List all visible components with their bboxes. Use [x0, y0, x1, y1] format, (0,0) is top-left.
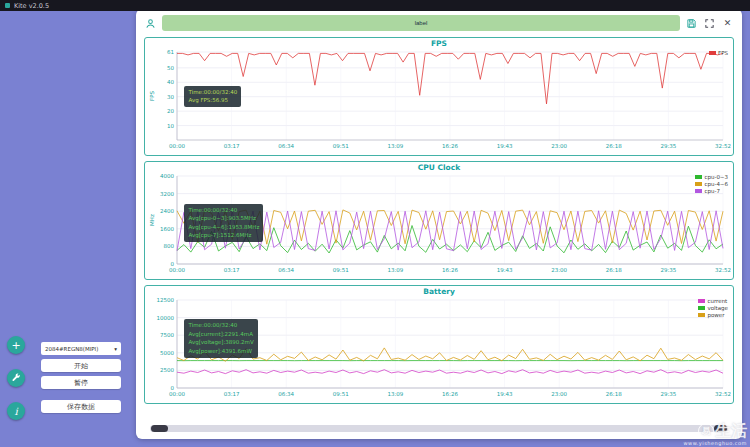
svg-text:30: 30	[167, 94, 174, 100]
label-input[interactable]	[162, 15, 680, 31]
svg-text:FPS: FPS	[149, 91, 155, 101]
svg-text:32:52: 32:52	[715, 143, 731, 149]
cpu-clock-legend: cpu-0~3cpu-4~6cpu-7	[695, 174, 728, 194]
svg-text:MHz: MHz	[149, 214, 155, 226]
scrollbar-right-thumb[interactable]	[714, 425, 727, 432]
charts-area: FPS 10203040506100:0003:1706:3409:5113:0…	[144, 37, 734, 409]
save-data-button[interactable]: 保存数据	[41, 400, 121, 413]
fps-chart-title: FPS	[145, 38, 733, 49]
close-glyph: ✕	[724, 19, 732, 28]
svg-text:5000: 5000	[160, 350, 174, 356]
svg-text:13:09: 13:09	[387, 391, 403, 397]
svg-text:32:52: 32:52	[715, 267, 731, 273]
tooltip-line: Avg[current]:2291.4mA	[188, 330, 253, 339]
scrollbar-left-thumb[interactable]	[151, 425, 168, 432]
tooltip-line: Avg[power]:4391.6mW	[188, 347, 253, 356]
cpu-clock-chart-panel: CPU Clock 0800160024003200400000:0003:17…	[144, 161, 734, 280]
fps-chart-panel: FPS 10203040506100:0003:1706:3409:5113:0…	[144, 37, 734, 156]
svg-text:40: 40	[167, 79, 174, 85]
svg-text:2500: 2500	[160, 367, 174, 373]
svg-text:29:35: 29:35	[660, 143, 676, 149]
svg-text:19:43: 19:43	[497, 391, 513, 397]
info-button[interactable]: i	[7, 402, 25, 420]
svg-text:23:00: 23:00	[551, 143, 567, 149]
svg-text:23:00: 23:00	[551, 267, 567, 273]
fps-plot[interactable]: 10203040506100:0003:1706:3409:5113:0916:…	[147, 49, 731, 151]
svg-text:19:43: 19:43	[497, 143, 513, 149]
settings-button[interactable]	[7, 369, 25, 387]
svg-text:06:34: 06:34	[278, 143, 294, 149]
pause-button[interactable]: 暂停	[41, 376, 121, 389]
svg-text:09:51: 09:51	[333, 267, 349, 273]
svg-text:29:35: 29:35	[660, 391, 676, 397]
legend-item-cpu-4~6[interactable]: cpu-4~6	[695, 181, 728, 187]
add-button[interactable]: +	[7, 336, 25, 354]
svg-text:03:17: 03:17	[224, 143, 240, 149]
tooltip-line: Avg FPS:56.95	[188, 96, 237, 105]
svg-text:06:34: 06:34	[278, 267, 294, 273]
svg-text:800: 800	[164, 243, 175, 249]
svg-text:00:00: 00:00	[169, 267, 185, 273]
svg-text:61: 61	[167, 49, 174, 55]
svg-text:10000: 10000	[157, 315, 175, 321]
svg-text:09:51: 09:51	[333, 143, 349, 149]
svg-text:06:34: 06:34	[278, 391, 294, 397]
svg-text:29:35: 29:35	[660, 267, 676, 273]
start-button-label: 开始	[74, 361, 88, 371]
start-button[interactable]: 开始	[41, 359, 121, 372]
legend-swatch	[709, 51, 716, 55]
legend-item-FPS[interactable]: FPS	[709, 50, 728, 56]
cpu-clock-tooltip: Time:00:00/32:40Avg[cpu-0~3]:903.5MHzAvg…	[184, 204, 263, 242]
legend-swatch	[698, 299, 705, 303]
battery-plot[interactable]: 0250050007500100001250000:0003:1706:3409…	[147, 297, 731, 399]
user-button[interactable]	[144, 17, 157, 30]
svg-text:13:09: 13:09	[387, 143, 403, 149]
svg-text:7500: 7500	[160, 332, 174, 338]
legend-item-power[interactable]: power	[698, 312, 728, 318]
svg-text:4000: 4000	[160, 173, 174, 179]
svg-text:16:26: 16:26	[442, 143, 458, 149]
panel-toolbar: ✕	[144, 14, 734, 32]
svg-text:19:43: 19:43	[497, 267, 513, 273]
legend-item-cpu-7[interactable]: cpu-7	[695, 188, 728, 194]
svg-text:23:00: 23:00	[551, 391, 567, 397]
legend-item-cpu-0~3[interactable]: cpu-0~3	[695, 174, 728, 180]
legend-item-voltage[interactable]: voltage	[698, 305, 728, 311]
svg-text:09:51: 09:51	[333, 391, 349, 397]
app-icon	[5, 3, 10, 8]
svg-text:2400: 2400	[160, 208, 174, 214]
svg-text:03:17: 03:17	[224, 391, 240, 397]
battery-legend: currentvoltagepower	[698, 298, 728, 318]
tooltip-line: Avg[cpu-7]:1512.6MHz	[188, 231, 259, 240]
app-window: { "window": { "title": "Kite v2.0.5" }, …	[0, 0, 750, 447]
legend-swatch	[695, 182, 702, 186]
svg-text:00:00: 00:00	[169, 143, 185, 149]
svg-text:1600: 1600	[160, 226, 174, 232]
legend-swatch	[698, 313, 705, 317]
legend-swatch	[695, 189, 702, 193]
tooltip-line: Time:00:00/32:40	[188, 88, 237, 97]
cpu-clock-plot[interactable]: 0800160024003200400000:0003:1706:3409:51…	[147, 173, 731, 275]
legend-item-current[interactable]: current	[698, 298, 728, 304]
svg-text:12500: 12500	[157, 297, 175, 303]
fullscreen-icon[interactable]	[703, 17, 716, 30]
watermark-subtitle: www.yishenghuo.com	[683, 440, 747, 446]
svg-text:00:00: 00:00	[169, 391, 185, 397]
save-data-button-label: 保存数据	[67, 402, 95, 412]
battery-tooltip: Time:00:00/32:40Avg[current]:2291.4mAAvg…	[184, 319, 257, 357]
save-icon[interactable]	[685, 17, 698, 30]
svg-text:13:09: 13:09	[387, 267, 403, 273]
titlebar: Kite v2.0.5	[0, 0, 750, 11]
horizontal-scrollbar[interactable]	[150, 425, 728, 432]
svg-text:50: 50	[167, 65, 174, 71]
close-icon[interactable]: ✕	[721, 17, 734, 30]
svg-text:32:52: 32:52	[715, 391, 731, 397]
tooltip-line: Avg[voltage]:3890.2mV	[188, 338, 253, 347]
battery-chart-panel: Battery 0250050007500100001250000:0003:1…	[144, 285, 734, 404]
svg-text:10: 10	[167, 123, 174, 129]
device-select[interactable]: 2084#REGN8(MIPI) ▾	[41, 342, 121, 355]
wrench-icon	[11, 373, 21, 383]
svg-text:16:26: 16:26	[442, 391, 458, 397]
window-title: Kite v2.0.5	[14, 2, 49, 10]
svg-text:03:17: 03:17	[224, 267, 240, 273]
